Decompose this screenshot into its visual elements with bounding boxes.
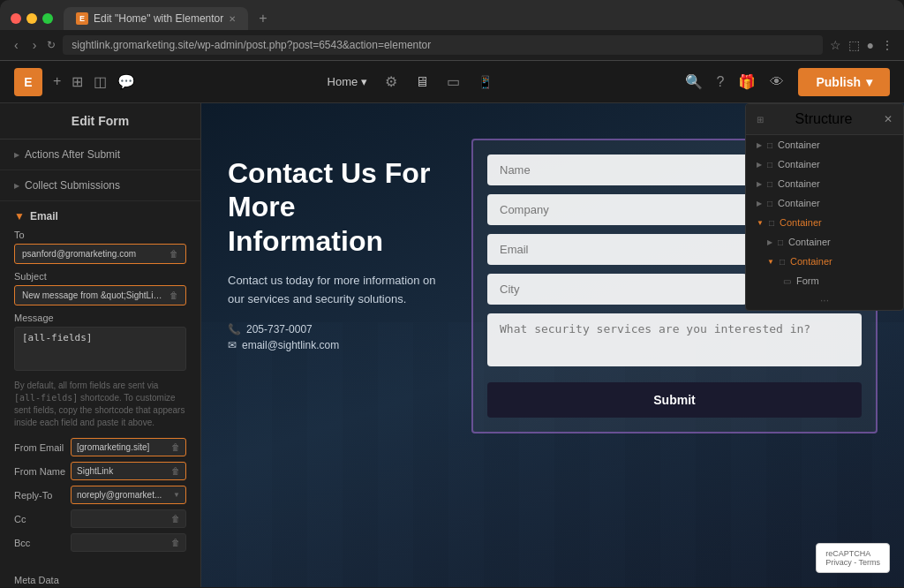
bcc-delete-icon[interactable]: 🗑: [171, 538, 180, 547]
forward-button[interactable]: ›: [29, 36, 41, 54]
structure-item-3[interactable]: ▶ □ Container: [746, 193, 903, 213]
browser-tab[interactable]: E Edit "Home" with Elementor ✕: [64, 7, 248, 30]
subject-field[interactable]: New message from &quot;SightLink&quot; 🗑: [14, 285, 186, 305]
from-email-field: From Email [gromarketing.site] 🗑: [14, 438, 186, 456]
traffic-light-green[interactable]: [42, 13, 53, 24]
s-label-0: Container: [778, 139, 820, 150]
updates-icon[interactable]: 🎁: [738, 73, 756, 90]
recaptcha-label: reCAPTCHA: [825, 549, 880, 558]
search-icon[interactable]: 🔍: [685, 73, 703, 90]
cc-delete-icon[interactable]: 🗑: [171, 514, 180, 524]
from-name-value[interactable]: SightLink 🗑: [71, 462, 186, 480]
recaptcha-badge: reCAPTCHA Privacy - Terms: [816, 543, 890, 573]
back-button[interactable]: ‹: [11, 36, 22, 54]
elementor-logo[interactable]: E: [14, 68, 42, 96]
s-arrow-5: ▶: [767, 238, 772, 246]
extensions-icon[interactable]: ⬚: [848, 38, 860, 52]
s-arrow-0: ▶: [757, 141, 762, 149]
collect-header[interactable]: ▶ Collect Submissions: [0, 170, 200, 200]
city-input[interactable]: [487, 274, 747, 305]
reply-to-label: Reply-To: [14, 490, 67, 501]
message-row: [487, 313, 862, 370]
cc-label: Cc: [14, 514, 67, 524]
mobile-view-icon[interactable]: 📱: [478, 75, 493, 89]
help-icon[interactable]: ?: [717, 74, 725, 90]
new-tab-button[interactable]: +: [252, 7, 274, 30]
bookmark-icon[interactable]: ☆: [830, 38, 841, 52]
structure-item-0[interactable]: ▶ □ Container: [746, 135, 903, 155]
bcc-value[interactable]: 🗑: [71, 533, 186, 552]
to-field[interactable]: psanford@gromarketing.com 🗑: [14, 244, 186, 264]
structure-item-4[interactable]: ▼ □ Container: [746, 213, 903, 232]
home-button[interactable]: Home ▾: [328, 75, 368, 88]
structure-item-6[interactable]: ▼ □ Container: [746, 252, 903, 271]
from-name-delete-icon[interactable]: 🗑: [171, 466, 180, 476]
toolbar-icons: + ⊞ ◫ 💬: [53, 73, 135, 90]
chevron-down-icon: ▾: [361, 75, 367, 88]
email-collapse-icon[interactable]: ▼: [14, 210, 25, 222]
structure-expand-icon: ⊞: [757, 115, 764, 124]
s-icon-form: ▭: [783, 276, 791, 286]
comments-icon[interactable]: 💬: [117, 73, 135, 90]
phone-line: 📞 205-737-0007: [228, 323, 445, 335]
layers-icon[interactable]: ◫: [94, 73, 107, 90]
tab-close-button[interactable]: ✕: [229, 14, 236, 24]
actions-header[interactable]: ▶ Actions After Submit: [0, 139, 200, 170]
publish-chevron-icon: ▾: [866, 75, 872, 89]
email-line: ✉ email@sightlink.com: [228, 339, 445, 351]
s-icon-0: □: [767, 140, 772, 150]
add-element-icon[interactable]: +: [53, 73, 61, 90]
collect-label: Collect Submissions: [25, 179, 120, 192]
from-email-delete-icon[interactable]: 🗑: [171, 442, 180, 452]
structure-item-2[interactable]: ▶ □ Container: [746, 174, 903, 193]
url-input[interactable]: [63, 35, 822, 55]
s-label-5: Container: [788, 237, 831, 247]
structure-item-1[interactable]: ▶ □ Container: [746, 155, 903, 174]
settings-icon[interactable]: ⊞: [72, 73, 83, 90]
to-delete-icon[interactable]: 🗑: [170, 249, 178, 259]
message-textarea-canvas[interactable]: [487, 313, 862, 366]
s-label-4: Container: [780, 217, 822, 228]
preview-icon[interactable]: 👁: [770, 74, 784, 90]
phone-icon: 📞: [228, 323, 241, 335]
actions-label: Actions After Submit: [25, 148, 120, 161]
s-arrow-3: ▶: [757, 200, 762, 207]
from-name-field: From Name SightLink 🗑: [14, 462, 186, 480]
menu-icon[interactable]: ⋮: [881, 38, 893, 52]
structure-item-7[interactable]: ▭ Form: [746, 271, 903, 290]
s-label-3: Container: [778, 198, 820, 208]
canvas-background: Contact Us For More Information Contact …: [201, 103, 904, 587]
tablet-view-icon[interactable]: ▭: [447, 73, 460, 90]
publish-label: Publish: [816, 75, 861, 89]
reply-to-value[interactable]: noreply@gromarket... ▼: [71, 486, 186, 504]
subject-delete-icon[interactable]: 🗑: [170, 290, 178, 300]
structure-item-5[interactable]: ▶ □ Container: [746, 232, 903, 252]
s-label-2: Container: [778, 178, 820, 189]
profile-icon[interactable]: ●: [867, 38, 874, 52]
from-email-value[interactable]: [gromarketing.site] 🗑: [71, 438, 186, 456]
message-textarea[interactable]: [all-fields]: [14, 327, 186, 371]
description: Contact us today for more information on…: [228, 272, 445, 309]
s-icon-3: □: [767, 199, 772, 208]
s-label-7: Form: [796, 275, 819, 286]
contact-info: 📞 205-737-0007 ✉ email@sightlink.com: [228, 323, 445, 351]
email-section: ▼ Email To psanford@gromarketing.com 🗑 S…: [0, 201, 200, 566]
elementor-editor: E + ⊞ ◫ 💬 Home ▾ ⚙ 🖥 ▭ 📱 🔍 ? 🎁 👁 Publish…: [0, 61, 904, 587]
recaptcha-links: Privacy - Terms: [825, 558, 880, 567]
structure-close-button[interactable]: ✕: [884, 113, 893, 125]
desktop-view-icon[interactable]: 🖥: [415, 74, 429, 90]
traffic-light-yellow[interactable]: [26, 13, 37, 24]
settings-gear-icon[interactable]: ⚙: [385, 73, 397, 90]
publish-button[interactable]: Publish ▾: [798, 68, 890, 96]
reload-button[interactable]: ↻: [47, 39, 56, 51]
s-label-1: Container: [778, 159, 820, 170]
address-bar: ‹ › ↻ ☆ ⬚ ● ⋮: [0, 30, 904, 61]
to-label: To: [14, 230, 186, 240]
from-name-label: From Name: [14, 466, 67, 477]
cc-value[interactable]: 🗑: [71, 509, 186, 528]
cc-field: Cc 🗑: [14, 509, 186, 528]
collect-section: ▶ Collect Submissions: [0, 170, 200, 201]
traffic-light-red[interactable]: [11, 13, 21, 24]
submit-button[interactable]: Submit: [487, 382, 862, 418]
email-icon: ✉: [228, 339, 237, 351]
